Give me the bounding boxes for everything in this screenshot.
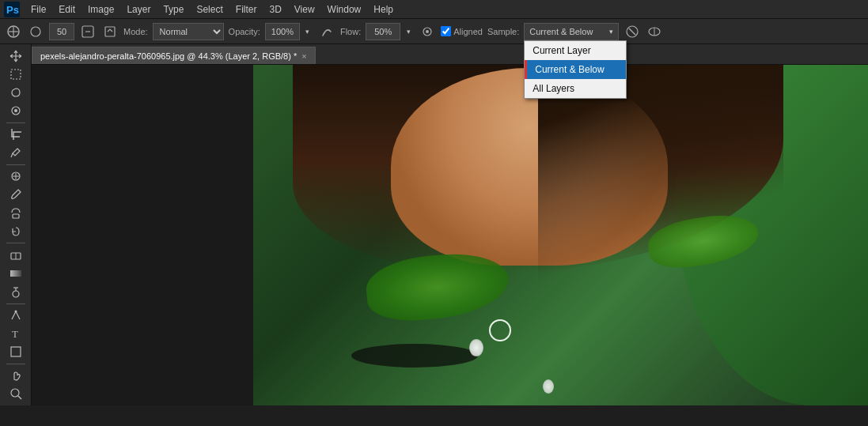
document-tab[interactable]: pexels-alejandro-peralta-7060965.jpg @ 4… — [32, 47, 316, 64]
tool-separator-1 — [6, 123, 25, 123]
menu-window[interactable]: Window — [322, 2, 367, 17]
mode-label: Mode: — [123, 27, 148, 36]
tool-clone-stamp[interactable] — [4, 205, 28, 221]
tool-gradient[interactable] — [4, 265, 28, 281]
menu-filter[interactable]: Filter — [230, 2, 263, 17]
tool-eraser[interactable] — [4, 247, 28, 263]
menu-file[interactable]: File — [25, 2, 51, 17]
svg-point-32 — [11, 389, 19, 397]
tool-separator-2 — [6, 164, 25, 165]
svg-rect-15 — [11, 70, 21, 79]
opacity-label: Opacity: — [229, 27, 260, 36]
flow-expand-icon[interactable]: ▾ — [403, 23, 414, 40]
menu-bar: Ps File Edit Image Layer Type Select Fil… — [0, 0, 868, 19]
menu-layer[interactable]: Layer — [121, 2, 156, 17]
tool-zoom[interactable] — [4, 386, 28, 402]
tool-separator-4 — [6, 303, 25, 304]
portrait-face — [293, 65, 783, 405]
svg-point-29 — [14, 310, 17, 312]
tool-type[interactable]: T — [4, 325, 28, 341]
sample-label: Sample: — [487, 27, 519, 36]
aligned-label: Aligned — [453, 27, 483, 36]
toolbox: T — [0, 44, 32, 405]
ignore-adjustment-icon[interactable] — [624, 23, 641, 40]
flow-input[interactable] — [366, 23, 400, 40]
menu-image[interactable]: Image — [82, 2, 119, 17]
portrait-eyeshadow-left — [364, 249, 511, 324]
flow-label: Flow: — [340, 27, 361, 36]
tool-quick-select[interactable] — [4, 103, 28, 119]
options-bar: 50 Mode: Normal Opacity: ▾ Flow: ▾ — [0, 19, 868, 44]
svg-point-5 — [31, 27, 40, 36]
svg-point-10 — [426, 30, 429, 33]
tool-lasso[interactable] — [4, 84, 28, 100]
sample-dropdown-wrapper: Current & Below ▾ Current Layer Current … — [524, 23, 619, 40]
portrait-hair-strands — [538, 65, 783, 349]
tool-move[interactable] — [4, 47, 28, 64]
main-layout: T pexels-alejandro-peralta-7060965.jpg @… — [0, 44, 868, 405]
tab-close-button[interactable]: × — [301, 51, 306, 61]
tab-bar: pexels-alejandro-peralta-7060965.jpg @ 4… — [32, 44, 868, 65]
menu-help[interactable]: Help — [368, 2, 399, 17]
menu-view[interactable]: View — [289, 2, 320, 17]
mode-select[interactable]: Normal — [153, 23, 224, 40]
svg-rect-25 — [10, 270, 21, 277]
sample-select-value: Current & Below — [529, 27, 593, 36]
pressure-icon[interactable] — [646, 23, 663, 40]
sample-select-button[interactable]: Current & Below ▾ — [524, 23, 619, 40]
tool-healing-brush[interactable] — [4, 168, 28, 185]
tool-marquee[interactable] — [4, 66, 28, 82]
tool-separator-5 — [6, 364, 25, 364]
tool-eyedropper[interactable] — [4, 145, 28, 161]
portrait-lashes — [351, 344, 478, 368]
aligned-checkbox[interactable] — [441, 26, 451, 36]
menu-edit[interactable]: Edit — [53, 2, 81, 17]
sample-option-current-below[interactable]: Current & Below — [525, 60, 626, 79]
sample-dropdown-menu: Current Layer Current & Below All Layers — [524, 40, 627, 99]
tool-pen[interactable] — [4, 307, 28, 323]
menu-type[interactable]: Type — [157, 2, 189, 17]
svg-line-33 — [18, 396, 21, 399]
opacity-expand-icon[interactable]: ▾ — [302, 23, 313, 40]
brush-size-input[interactable]: 50 — [49, 23, 74, 40]
tool-history-brush[interactable] — [4, 223, 28, 239]
tool-align-icon — [101, 23, 119, 40]
tool-dodge[interactable] — [4, 283, 28, 300]
svg-rect-22 — [13, 214, 19, 218]
app-logo: Ps — [3, 1, 21, 18]
canvas-content[interactable] — [32, 65, 868, 405]
tool-brush[interactable] — [4, 187, 28, 203]
portrait-tear-2 — [543, 379, 554, 394]
svg-point-17 — [14, 109, 17, 112]
tool-crop[interactable] — [4, 126, 28, 142]
aligned-checkbox-group[interactable]: Aligned — [441, 26, 483, 36]
photo-canvas — [253, 65, 868, 405]
tool-hand[interactable] — [4, 368, 28, 384]
canvas-left-shadow — [32, 65, 253, 405]
sample-option-all-layers[interactable]: All Layers — [525, 79, 626, 98]
svg-text:Ps: Ps — [6, 4, 19, 16]
sample-option-current-layer[interactable]: Current Layer — [525, 41, 626, 60]
svg-text:T: T — [12, 328, 18, 340]
brush-style-icon[interactable] — [318, 23, 335, 40]
brush-cursor — [489, 319, 511, 341]
tool-separator-3 — [6, 243, 25, 243]
brush-size-icon[interactable] — [27, 23, 44, 40]
svg-point-26 — [13, 291, 19, 297]
opacity-input[interactable] — [265, 23, 300, 40]
sample-chevron-down-icon: ▾ — [609, 28, 613, 36]
healing-brush-tool-icon — [5, 23, 22, 40]
svg-line-12 — [629, 28, 635, 35]
tab-filename: pexels-alejandro-peralta-7060965.jpg @ 4… — [40, 51, 297, 61]
airbrush-icon[interactable] — [419, 23, 436, 40]
portrait-tear-1 — [469, 339, 483, 356]
menu-3d[interactable]: 3D — [263, 2, 286, 17]
menu-select[interactable]: Select — [191, 2, 228, 17]
svg-line-18 — [11, 153, 13, 157]
svg-rect-31 — [11, 347, 21, 356]
svg-rect-8 — [105, 27, 115, 36]
tool-mode-icon — [79, 23, 97, 40]
tool-shape[interactable] — [4, 344, 28, 360]
canvas-area: pexels-alejandro-peralta-7060965.jpg @ 4… — [32, 44, 868, 405]
